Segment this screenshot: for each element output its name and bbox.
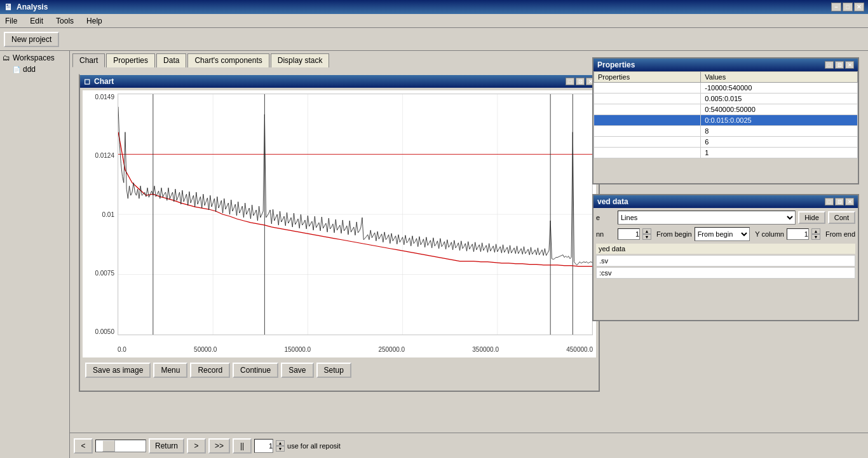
x-axis-labels: 0.0 50000.0 150000.0 250000.0 350000.0 4… bbox=[118, 342, 593, 356]
col-num-spinner[interactable]: ▲ ▼ bbox=[642, 228, 651, 240]
properties-table: Properties Values -10000:540000 0.005:0.… bbox=[593, 71, 858, 158]
table-row[interactable]: 1 bbox=[594, 148, 858, 158]
cont-button[interactable]: Cont bbox=[828, 211, 855, 224]
col-header-properties: Properties bbox=[594, 72, 701, 83]
menu-help[interactable]: Help bbox=[84, 15, 105, 27]
title-text: Analysis bbox=[17, 3, 48, 11]
second-panel-title-bar: ved data □ ⊡ ✕ bbox=[593, 195, 858, 208]
sidebar-item-ddd[interactable]: 📄 ddd bbox=[3, 65, 67, 74]
prop-key-2 bbox=[594, 94, 701, 104]
second-panel-maximize-button[interactable]: ⊡ bbox=[835, 198, 844, 205]
right-arrow-button[interactable]: > bbox=[187, 438, 206, 454]
prop-val-3: 0:540000:50000 bbox=[701, 104, 858, 115]
second-panel-close-button[interactable]: ✕ bbox=[845, 198, 854, 205]
x-label-0: 0.0 bbox=[118, 346, 126, 353]
continue-button[interactable]: Continue bbox=[233, 363, 278, 378]
tab-properties[interactable]: Properties bbox=[106, 53, 155, 67]
table-row[interactable]: 8 bbox=[594, 126, 858, 137]
maximize-button[interactable]: □ bbox=[843, 3, 853, 11]
y-axis-labels: 0.0149 0.0124 0.01 0.0075 0.0050 bbox=[84, 94, 117, 335]
page-num-spinner[interactable]: ▲ ▼ bbox=[276, 440, 285, 452]
menu-edit[interactable]: Edit bbox=[27, 15, 46, 27]
type-label: e bbox=[596, 214, 615, 221]
y-label-2: 0.0124 bbox=[95, 152, 114, 159]
prop-key-3 bbox=[594, 104, 701, 115]
toolbar: New project bbox=[0, 28, 868, 51]
menu-tools[interactable]: Tools bbox=[53, 15, 76, 27]
props-maximize-button[interactable]: ⊡ bbox=[835, 61, 844, 69]
displayed-data-header: yed data bbox=[596, 244, 855, 254]
properties-table-scroll[interactable]: Properties Values -10000:540000 0.005:0.… bbox=[593, 71, 858, 167]
second-panel-restore-button[interactable]: □ bbox=[825, 198, 834, 205]
prop-key-5 bbox=[594, 126, 701, 137]
from-end-label: From end bbox=[825, 230, 855, 238]
second-panel: ved data □ ⊡ ✕ e Lines Hide Cont nn bbox=[592, 194, 859, 321]
folder-icon: 📄 bbox=[13, 66, 20, 73]
table-row[interactable]: 0:540000:50000 bbox=[594, 104, 858, 115]
y-col-up[interactable]: ▲ bbox=[811, 228, 820, 234]
tab-data[interactable]: Data bbox=[156, 53, 186, 67]
fast-forward-button[interactable]: >> bbox=[208, 438, 230, 454]
page-num-down[interactable]: ▼ bbox=[276, 446, 285, 452]
new-project-button[interactable]: New project bbox=[4, 32, 59, 47]
chart-window: ◻ Chart □ ⊡ ✕ 0.0149 0.0124 0.01 0.0075 … bbox=[79, 74, 600, 392]
tab-chart[interactable]: Chart bbox=[72, 53, 105, 67]
second-panel-title-text: ved data bbox=[597, 197, 628, 206]
prop-key-7 bbox=[594, 148, 701, 158]
close-button[interactable]: ✕ bbox=[854, 3, 864, 11]
workspaces-icon: 🗂 bbox=[3, 53, 10, 62]
y-col-down[interactable]: ▼ bbox=[811, 234, 820, 240]
prop-val-4: 0:0.015:0.0025 bbox=[701, 115, 858, 126]
chart-window-restore-button[interactable]: □ bbox=[566, 78, 574, 85]
page-num-up[interactable]: ▲ bbox=[276, 440, 285, 446]
save-as-image-button[interactable]: Save as image bbox=[85, 363, 151, 378]
type-select[interactable]: Lines bbox=[618, 211, 796, 225]
menu-bar: File Edit Tools Help bbox=[0, 14, 868, 28]
chart-plot-area[interactable] bbox=[118, 94, 593, 335]
table-row[interactable]: -10000:540000 bbox=[594, 83, 858, 94]
minimize-button[interactable]: − bbox=[831, 3, 841, 11]
setup-button[interactable]: Setup bbox=[316, 363, 351, 378]
data-item-1[interactable]: .sv bbox=[596, 255, 855, 267]
properties-panel: Properties □ ⊡ ✕ Properties Values bbox=[592, 57, 859, 184]
x-label-4: 350000.0 bbox=[472, 346, 499, 353]
prop-val-7: 1 bbox=[701, 148, 858, 158]
record-button[interactable]: Record bbox=[190, 363, 230, 378]
left-arrow-button[interactable]: < bbox=[74, 438, 93, 454]
save-button[interactable]: Save bbox=[281, 363, 313, 378]
y-label-1: 0.0149 bbox=[95, 94, 114, 101]
second-panel-content: e Lines Hide Cont nn ▲ ▼ From begin bbox=[593, 208, 858, 282]
menu-file[interactable]: File bbox=[3, 15, 20, 27]
scroll-area[interactable] bbox=[95, 440, 146, 452]
scroll-thumb[interactable] bbox=[102, 440, 115, 452]
props-close-button[interactable]: ✕ bbox=[845, 61, 854, 69]
tab-display-stack[interactable]: Display stack bbox=[271, 53, 330, 67]
table-row[interactable]: 0.005:0.015 bbox=[594, 94, 858, 104]
col-header-values: Values bbox=[701, 72, 858, 83]
menu-button[interactable]: Menu bbox=[153, 363, 187, 378]
hide-button[interactable]: Hide bbox=[798, 211, 825, 224]
prop-key-4 bbox=[594, 115, 701, 126]
chart-window-icon: ◻ bbox=[84, 77, 90, 86]
col-num-up[interactable]: ▲ bbox=[642, 228, 651, 234]
data-item-2[interactable]: :csv bbox=[596, 267, 855, 279]
y-col-input[interactable] bbox=[787, 228, 809, 240]
col-num-down[interactable]: ▼ bbox=[642, 234, 651, 240]
table-row-selected[interactable]: 0:0.015:0.0025 bbox=[594, 115, 858, 126]
chart-window-maximize-button[interactable]: ⊡ bbox=[576, 78, 585, 85]
chart-body: 0.0149 0.0124 0.01 0.0075 0.0050 bbox=[83, 90, 596, 357]
tab-chart-components[interactable]: Chart's components bbox=[187, 53, 269, 67]
col-num-input[interactable] bbox=[618, 228, 640, 240]
return-button[interactable]: Return bbox=[149, 438, 184, 454]
y-col-spinner[interactable]: ▲ ▼ bbox=[811, 228, 820, 240]
sidebar: 🗂 Workspaces 📄 ddd bbox=[0, 51, 70, 458]
page-num-input[interactable] bbox=[254, 439, 273, 453]
table-row[interactable]: 6 bbox=[594, 137, 858, 148]
pause-button[interactable]: || bbox=[233, 438, 252, 454]
prop-key-1 bbox=[594, 83, 701, 94]
from-begin-label: From begin bbox=[656, 230, 692, 238]
props-restore-button[interactable]: □ bbox=[825, 61, 834, 69]
x-label-2: 150000.0 bbox=[284, 346, 311, 353]
app-icon: 🖥 bbox=[4, 2, 13, 12]
from-begin-select[interactable]: From begin bbox=[695, 227, 750, 241]
